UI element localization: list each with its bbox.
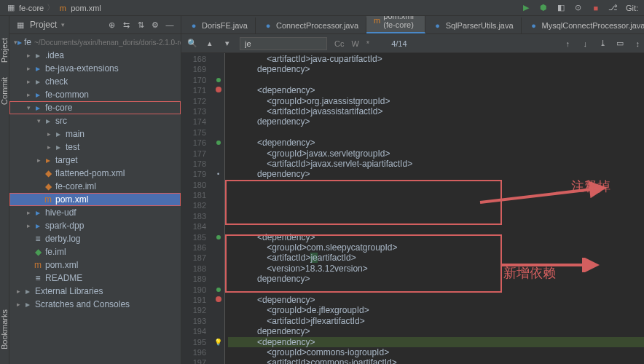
tree-item-fe[interactable]: ▾▸fe~/Documents/yaxin/henan_doris/doris-…: [9, 36, 181, 49]
coverage-icon[interactable]: ◧: [556, 3, 566, 13]
tree-item-src[interactable]: ▾▸src: [9, 114, 181, 127]
tree-item-fe-core-iml[interactable]: ◆fe-core.iml: [9, 180, 181, 193]
find-down-icon[interactable]: ▾: [222, 39, 232, 49]
tree-item-target[interactable]: ▸▸target: [9, 154, 181, 167]
find-count: 4/14: [391, 39, 407, 48]
next-match-icon[interactable]: ↓: [580, 39, 590, 49]
tree-item-hive-udf[interactable]: ▸▸hive-udf: [9, 206, 181, 219]
tree-item-pom-xml[interactable]: mpom.xml: [9, 193, 181, 206]
code-editor[interactable]: 1681691701711721731741751761771781791801…: [181, 53, 644, 364]
maven-icon: m: [58, 3, 68, 13]
tree-item-fe-core[interactable]: ▾▸fe-core: [9, 101, 181, 114]
collapse-all-icon[interactable]: ⇅: [136, 20, 146, 30]
tree-item-fe-iml[interactable]: ◆fe.iml: [9, 245, 181, 258]
panel-title: Project: [30, 20, 57, 30]
find-up-icon[interactable]: ▴: [205, 39, 215, 49]
module-icon: ▦: [6, 3, 16, 13]
tree-item-readme[interactable]: ≡README: [9, 272, 181, 285]
find-input[interactable]: [240, 37, 327, 50]
editor-tab-pom-xml--fe-core-[interactable]: mpom.xml (fe-core): [366, 16, 425, 33]
commit-tool-button[interactable]: Commit: [0, 77, 9, 105]
open-in-icon[interactable]: ▭: [615, 39, 625, 49]
annotation-new-dep: 新增依赖: [503, 268, 556, 278]
tree-item-external-libraries[interactable]: ▸▸External Libraries: [9, 285, 181, 298]
tree-item-scratches-and-consoles[interactable]: ▸▸Scratches and Consoles: [9, 298, 181, 311]
tree-item-main[interactable]: ▸▸main: [9, 127, 181, 141]
profile-icon[interactable]: ⊙: [573, 3, 584, 13]
tree-item-be-java-extensions[interactable]: ▸▸be-java-extensions: [9, 62, 181, 75]
toggle-case-icon[interactable]: ↕: [632, 39, 643, 49]
project-panel: ▦ Project ▾ ⊕ ⇆ ⇅ ⚙ — ▾▸fe~/Documents/ya…: [9, 16, 181, 364]
words-toggle[interactable]: W: [351, 39, 358, 48]
path-crumb-2[interactable]: pom.xml: [71, 4, 101, 12]
window-path-bar: ▦ fe-core 〉 m pom.xml ▶ ⬢ ◧ ⊙ ■ ⎇ Git:: [0, 0, 644, 16]
search-icon: 🔍: [187, 39, 197, 49]
panel-icon: ▦: [15, 20, 25, 30]
regex-toggle[interactable]: *: [366, 39, 369, 48]
left-tool-rail: Project Commit Bookmarks: [0, 16, 9, 364]
tree-item-test[interactable]: ▸▸test: [9, 141, 181, 154]
bookmarks-tool-button[interactable]: Bookmarks: [0, 309, 9, 349]
tree-item--idea[interactable]: ▸▸.idea: [9, 49, 181, 62]
project-tree[interactable]: ▾▸fe~/Documents/yaxin/henan_doris/doris-…: [9, 34, 181, 364]
tree-item-pom-xml[interactable]: mpom.xml: [9, 258, 181, 272]
annotation-comment-out: 注释掉: [571, 181, 610, 191]
prev-match-icon[interactable]: ↑: [562, 39, 573, 49]
select-opened-icon[interactable]: ⊕: [106, 20, 117, 30]
git-branch-icon[interactable]: ⎇: [608, 3, 619, 13]
hide-icon[interactable]: —: [165, 20, 175, 30]
settings-icon[interactable]: ⚙: [150, 20, 160, 30]
tree-item-flattened-pom-xml[interactable]: ◆flattened-pom.xml: [9, 167, 181, 180]
stop-icon[interactable]: ■: [591, 3, 601, 13]
expand-all-icon[interactable]: ⇆: [121, 20, 131, 30]
run-icon[interactable]: ▶: [521, 3, 531, 13]
editor-tab-mysqlconnectprocessor-java[interactable]: ●MysqlConnectProcessor.java: [522, 17, 644, 33]
editor-tab-dorisfe-java[interactable]: ●DorisFE.java: [181, 17, 256, 33]
find-bar: 🔍 ▴ ▾ Cc W * 4/14 ↑ ↓ ⤓ ▭ ↕ ▥ | ☰ ▼: [181, 34, 644, 53]
path-crumb-1[interactable]: fe-core: [19, 4, 44, 12]
editor-area: ●DorisFE.java●ConnectProcessor.javampom.…: [181, 16, 644, 364]
tree-item-derby-log[interactable]: ≡derby.log: [9, 232, 181, 245]
debug-icon[interactable]: ⬢: [538, 3, 549, 13]
git-label: Git:: [626, 4, 638, 12]
project-tool-button[interactable]: Project: [0, 38, 9, 63]
match-case-toggle[interactable]: Cc: [334, 39, 344, 48]
editor-tab-sqlparserutils-java[interactable]: ●SqlParserUtils.java: [425, 17, 522, 33]
editor-tab-connectprocessor-java[interactable]: ●ConnectProcessor.java: [256, 17, 366, 33]
tree-item-spark-dpp[interactable]: ▸▸spark-dpp: [9, 219, 181, 232]
tree-item-check[interactable]: ▸▸check: [9, 75, 181, 88]
editor-tabs[interactable]: ●DorisFE.java●ConnectProcessor.javampom.…: [181, 16, 644, 34]
tree-item-fe-common[interactable]: ▸▸fe-common: [9, 88, 181, 101]
select-all-icon[interactable]: ⤓: [597, 39, 608, 49]
